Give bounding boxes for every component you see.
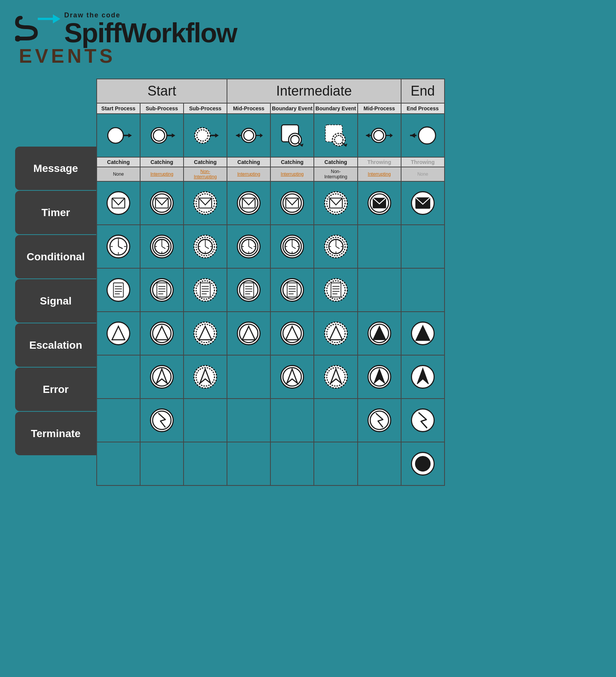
svg-marker-13 <box>215 133 219 138</box>
svg-rect-129 <box>200 283 210 297</box>
sub-header-1: Sub-Process <box>140 103 184 114</box>
ir-5: Non-Interrupting <box>314 167 357 181</box>
signal-sub-process-1 <box>140 312 184 355</box>
escalation-sub-process-1 <box>140 355 184 399</box>
ir-3: Interrupting <box>227 167 270 181</box>
conditional-boundary-event-2 <box>314 268 357 312</box>
terminate-mid-process <box>227 442 270 485</box>
intermediate-group-header: Intermediate <box>227 79 401 103</box>
sub-header-3: Mid-Process <box>227 103 270 114</box>
timer-sub-process-2 <box>184 225 227 268</box>
escalation-mid-process <box>227 355 270 399</box>
row-label-error: Error <box>15 368 96 411</box>
escalation-sub-process-2 <box>184 355 227 399</box>
error-boundary-event-1 <box>270 399 314 442</box>
svg-point-7 <box>153 130 165 141</box>
signal-mid-process <box>227 312 270 355</box>
signal-boundary-event-2 <box>314 312 357 355</box>
ir-6: Interrupting <box>358 167 401 181</box>
terminate-row <box>97 442 445 485</box>
generic-start-process <box>97 114 140 157</box>
row-label-timer: Timer <box>15 191 96 234</box>
interrupt-row: None Interrupting Non-Interrupting Inter… <box>97 167 445 181</box>
sub-header-7: End Process <box>401 103 445 114</box>
message-sub-process-1 <box>140 181 184 225</box>
svg-point-11 <box>197 130 208 141</box>
message-boundary-event-1 <box>270 181 314 225</box>
timer-mid-process <box>227 225 270 268</box>
page-title: EVENTS <box>19 45 601 67</box>
error-sub-process-1 <box>140 399 184 442</box>
ct-2: Catching <box>184 157 227 167</box>
svg-marker-19 <box>260 133 263 138</box>
row-label-escalation: Escalation <box>15 323 96 367</box>
row-label-signal: Signal <box>15 279 96 323</box>
signal-mid-process-throwing <box>358 312 401 355</box>
generic-sub-process-1 <box>140 114 184 157</box>
terminate-sub-process-1 <box>140 442 184 485</box>
message-sub-process-2 <box>184 181 227 225</box>
conditional-boundary-event-1 <box>270 268 314 312</box>
spiff-logo-icon <box>15 12 60 46</box>
sub-header-5: Boundary Event <box>314 103 357 114</box>
ct-4: Catching <box>270 157 314 167</box>
logo-row: Draw the code SpiffWorkflow <box>15 11 601 46</box>
row-label-terminate: Terminate <box>15 412 96 455</box>
logo-text: Draw the code SpiffWorkflow <box>64 11 237 46</box>
svg-rect-150 <box>331 283 341 297</box>
escalation-mid-process-throwing <box>358 355 401 399</box>
svg-point-17 <box>244 130 253 140</box>
catch-throw-row: Catching Catching Catching Catching Catc… <box>97 157 445 167</box>
svg-rect-136 <box>244 283 253 297</box>
error-end-process <box>401 399 445 442</box>
svg-point-38 <box>418 127 435 144</box>
timer-sub-process-1 <box>140 225 184 268</box>
group-header-row: Start Intermediate End <box>97 79 445 103</box>
escalation-end-process <box>401 355 445 399</box>
timer-end-process <box>401 225 445 268</box>
generic-mid-process <box>227 114 270 157</box>
svg-rect-122 <box>157 283 167 297</box>
escalation-boundary-event-1 <box>270 355 314 399</box>
terminate-sub-process-2 <box>184 442 227 485</box>
ct-5: Catching <box>314 157 357 167</box>
sub-header-6: Mid-Process <box>358 103 401 114</box>
signal-row <box>97 312 445 355</box>
signal-boundary-event-1 <box>270 312 314 355</box>
terminate-start-process <box>97 442 140 485</box>
ct-0: Catching <box>97 157 140 167</box>
ir-1: Interrupting <box>140 167 184 181</box>
signal-end-process <box>401 312 445 355</box>
svg-marker-31 <box>366 133 369 138</box>
generic-sub-process-2 <box>184 114 227 157</box>
row-label-message: Message <box>15 147 96 190</box>
events-table: Start Intermediate End Start Process Sub… <box>96 79 445 486</box>
svg-point-200 <box>415 456 431 471</box>
ct-6: Throwing <box>358 157 401 167</box>
message-start-process <box>97 181 140 225</box>
end-group-header: End <box>401 79 445 103</box>
message-end-process <box>401 181 445 225</box>
conditional-start-process <box>97 268 140 312</box>
generic-boundary-event-1 <box>270 114 314 157</box>
start-group-header: Start <box>97 79 227 103</box>
ir-0: None <box>97 167 140 181</box>
ct-3: Catching <box>227 157 270 167</box>
ir-7: None <box>401 167 445 181</box>
generic-icon-row <box>97 114 445 157</box>
generic-boundary-event-2 <box>314 114 357 157</box>
conditional-sub-process-1 <box>140 268 184 312</box>
svg-marker-35 <box>390 133 393 138</box>
timer-row <box>97 225 445 268</box>
error-mid-process <box>227 399 270 442</box>
signal-start-process <box>97 312 140 355</box>
error-sub-process-2 <box>184 399 227 442</box>
svg-point-33 <box>374 130 383 140</box>
error-start-process <box>97 399 140 442</box>
escalation-start-process <box>97 355 140 399</box>
svg-marker-9 <box>172 133 175 138</box>
sub-header-0: Start Process <box>97 103 140 114</box>
conditional-row <box>97 268 445 312</box>
terminate-end-process <box>401 442 445 485</box>
timer-start-process <box>97 225 140 268</box>
